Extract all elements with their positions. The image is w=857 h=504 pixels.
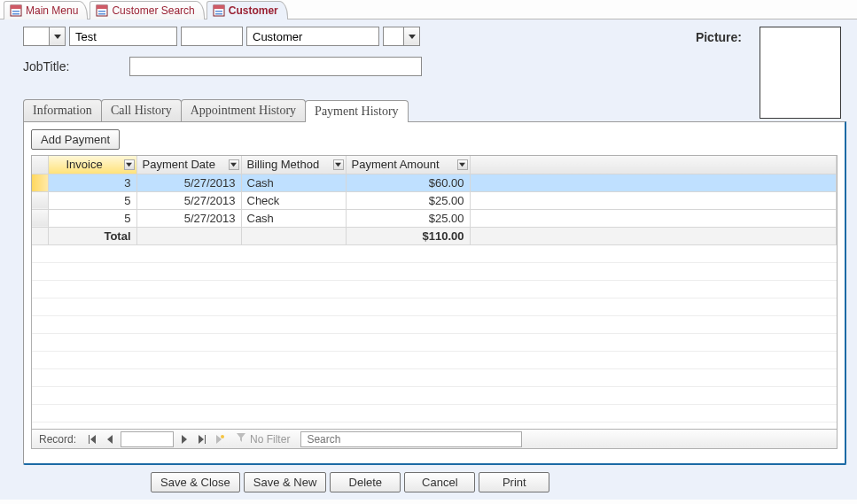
cell-amount[interactable]: $60.00 — [346, 174, 470, 191]
column-label: Billing Method — [247, 158, 320, 171]
cell-empty — [136, 227, 241, 244]
tab-main-menu[interactable]: Main Menu — [4, 1, 88, 19]
column-menu-button[interactable] — [124, 159, 135, 170]
cell-spacer — [470, 191, 837, 209]
nav-last-button[interactable] — [193, 430, 211, 448]
row-selector[interactable] — [32, 191, 48, 209]
suffix-combo[interactable] — [383, 27, 420, 46]
payments-table: Invoice Payment Date Billing Method — [32, 156, 837, 245]
nav-prev-button[interactable] — [101, 430, 119, 448]
save-new-button[interactable]: Save & New — [244, 472, 327, 492]
delete-button[interactable]: Delete — [330, 472, 401, 492]
nav-new-button[interactable] — [211, 430, 229, 448]
first-name-input[interactable] — [74, 29, 173, 43]
column-menu-button[interactable] — [229, 159, 239, 170]
form-icon — [96, 4, 108, 17]
cell-spacer — [470, 227, 837, 244]
cell-spacer — [470, 174, 837, 191]
title-combo-value — [24, 27, 49, 45]
middle-name-field[interactable] — [181, 27, 243, 46]
column-invoice[interactable]: Invoice — [48, 156, 136, 174]
first-name-field[interactable] — [69, 27, 177, 46]
title-combo[interactable] — [23, 27, 66, 46]
column-label: Payment Amount — [352, 158, 440, 171]
tab-customer-search[interactable]: Customer Search — [90, 1, 204, 19]
svg-rect-3 — [12, 13, 19, 15]
cell-date[interactable]: 5/27/2013 — [136, 174, 241, 191]
column-payment-amount[interactable]: Payment Amount — [346, 156, 470, 174]
document-tabs: Main Menu Customer Search Customer — [0, 0, 857, 19]
svg-point-12 — [221, 435, 224, 438]
column-payment-date[interactable]: Payment Date — [136, 156, 241, 174]
column-menu-button[interactable] — [333, 159, 344, 170]
column-billing-method[interactable]: Billing Method — [241, 156, 346, 174]
funnel-icon — [236, 432, 246, 446]
form-icon — [10, 4, 22, 17]
svg-rect-2 — [12, 11, 19, 12]
record-search-input[interactable] — [305, 432, 518, 446]
cell-amount[interactable]: $25.00 — [346, 191, 470, 209]
cell-invoice[interactable]: 5 — [48, 191, 136, 209]
record-number-input[interactable] — [121, 432, 173, 446]
nav-next-button[interactable] — [175, 430, 193, 448]
svg-rect-11 — [215, 13, 222, 15]
cell-method[interactable]: Check — [241, 191, 346, 209]
name-line — [23, 27, 420, 46]
table-row[interactable]: 5 5/27/2013 Check $25.00 — [32, 191, 837, 209]
bottom-button-bar: Save & Close Save & New Delete Cancel Pr… — [0, 465, 857, 500]
print-button[interactable]: Print — [479, 472, 549, 492]
jobtitle-label: JobTitle: — [23, 59, 129, 74]
record-label: Record: — [32, 433, 83, 446]
picture-label: Picture: — [696, 30, 742, 119]
table-row[interactable]: 5 5/27/2013 Cash $25.00 — [32, 209, 837, 227]
tab-call-history[interactable]: Call History — [101, 99, 182, 121]
save-close-button[interactable]: Save & Close — [151, 472, 240, 492]
tab-label: Main Menu — [26, 4, 78, 17]
jobtitle-input[interactable] — [130, 58, 421, 75]
jobtitle-field[interactable] — [129, 57, 422, 76]
middle-name-input[interactable] — [185, 29, 238, 43]
tab-appointment-history[interactable]: Appointment History — [181, 99, 306, 121]
row-selector[interactable] — [32, 174, 48, 191]
last-name-input[interactable] — [251, 29, 375, 43]
tab-payment-history[interactable]: Payment History — [305, 100, 409, 122]
cell-amount[interactable]: $25.00 — [346, 209, 470, 227]
chevron-down-icon[interactable] — [49, 27, 65, 45]
cell-date[interactable]: 5/27/2013 — [136, 191, 241, 209]
add-payment-button[interactable]: Add Payment — [31, 129, 120, 150]
cell-invoice[interactable]: 3 — [48, 174, 136, 191]
svg-rect-9 — [214, 5, 224, 9]
column-menu-button[interactable] — [457, 159, 468, 170]
form-icon — [213, 4, 225, 17]
tab-label: Customer — [229, 4, 278, 17]
cancel-button[interactable]: Cancel — [404, 472, 475, 492]
tab-customer[interactable]: Customer — [206, 1, 288, 19]
cell-method[interactable]: Cash — [241, 174, 346, 191]
row-selector[interactable] — [32, 209, 48, 227]
column-label: Invoice — [54, 158, 103, 171]
payment-history-pane: Add Payment Invoice — [23, 121, 846, 465]
record-search-box[interactable] — [300, 431, 522, 447]
table-header-row: Invoice Payment Date Billing Method — [32, 156, 837, 174]
grid-empty-area — [32, 245, 837, 430]
nav-first-button[interactable] — [83, 430, 101, 448]
tab-information[interactable]: Information — [23, 99, 102, 121]
inner-tabs-wrap: Information Call History Appointment His… — [23, 99, 846, 465]
svg-rect-7 — [98, 13, 105, 15]
form-area: JobTitle: Picture: Information Call Hist… — [0, 19, 857, 500]
row-selector — [32, 227, 48, 244]
table-total-row: Total $110.00 — [32, 227, 837, 244]
cell-date[interactable]: 5/27/2013 — [136, 209, 241, 227]
cell-invoice[interactable]: 5 — [48, 209, 136, 227]
last-name-field[interactable] — [246, 27, 379, 46]
select-all-corner[interactable] — [32, 156, 48, 174]
svg-rect-1 — [11, 5, 21, 9]
cell-method[interactable]: Cash — [241, 209, 346, 227]
picture-wrap: Picture: — [696, 27, 841, 119]
table-row[interactable]: 3 5/27/2013 Cash $60.00 — [32, 174, 837, 191]
record-number-box[interactable] — [121, 431, 174, 447]
column-label: Payment Date — [143, 158, 215, 171]
no-filter-indicator[interactable]: No Filter — [229, 432, 297, 446]
picture-box[interactable] — [760, 27, 841, 119]
chevron-down-icon[interactable] — [403, 27, 419, 45]
